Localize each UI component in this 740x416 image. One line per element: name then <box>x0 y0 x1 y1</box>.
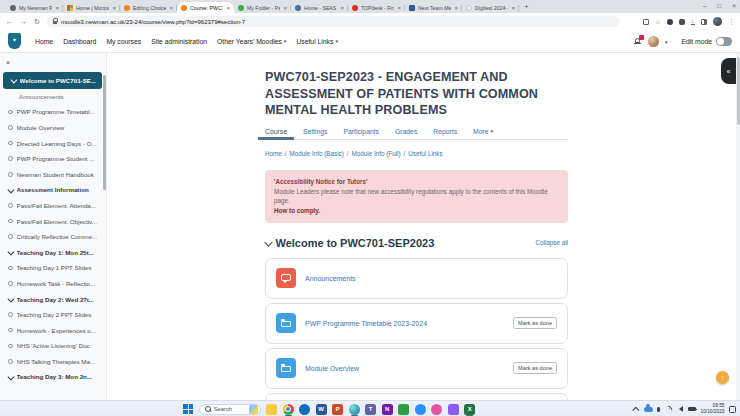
mark-as-done-button[interactable]: Mark as done <box>513 362 557 374</box>
breadcrumb-item[interactable]: Module Info (Full) / <box>352 150 406 157</box>
tab-close-icon[interactable]: × <box>55 5 59 11</box>
mark-as-done-button[interactable]: Mark as done <box>513 317 557 329</box>
breadcrumb-item[interactable]: Module Info (Basic) / <box>290 150 349 157</box>
tab-close-icon[interactable]: × <box>454 5 458 11</box>
course-index-item[interactable]: NHS 'Active Listening' Doc <box>0 338 102 354</box>
notification-center-icon[interactable] <box>729 406 736 413</box>
course-index-item[interactable]: Welcome to PWC701-SE... <box>3 72 102 89</box>
side-panel-icon[interactable] <box>701 19 708 25</box>
browser-tab[interactable]: Editing Choice × <box>120 2 177 13</box>
course-index-item[interactable]: Assessment Information <box>0 182 102 198</box>
microphone-icon[interactable] <box>657 407 660 412</box>
browser-tab[interactable]: Next Team Meeting... × <box>405 2 462 13</box>
hidden-icons-chevron[interactable] <box>633 406 640 413</box>
onedrive-icon[interactable] <box>644 407 653 412</box>
tab-close-icon[interactable]: × <box>283 5 287 11</box>
course-index-item[interactable]: PWP Programme Timetabl... <box>0 104 102 120</box>
course-index-item[interactable]: Directed Learning Days - O... <box>0 135 102 151</box>
page-scrollbar-thumb[interactable] <box>737 57 740 125</box>
browser-tab[interactable]: Home | Microsoft 365 × <box>63 2 120 13</box>
course-index-item[interactable]: Module Overview <box>0 120 102 136</box>
file-explorer[interactable] <box>266 404 277 415</box>
course-index-item[interactable]: Critically Reflective Comme... <box>0 229 102 245</box>
user-avatar[interactable] <box>648 36 659 47</box>
course-index-item[interactable]: Homework Task - Reflectio... <box>0 276 102 292</box>
share-icon[interactable] <box>643 19 649 25</box>
url-text[interactable]: moodle3.newman.ac.uk/23-24/course/view.p… <box>61 19 245 25</box>
powerpoint[interactable]: P <box>332 404 343 415</box>
course-index-item[interactable]: PWP Programme Student ... <box>0 151 102 167</box>
taskbar-search[interactable]: Search <box>199 404 261 415</box>
bookmark-star-icon[interactable]: ☆ <box>655 18 661 25</box>
activity-link[interactable]: PWP Programme Timetable 2023-2024 <box>305 320 504 327</box>
course-tab[interactable]: Settings ▾ <box>303 128 328 135</box>
breadcrumb-link[interactable]: Useful Links <box>408 150 442 157</box>
browser-tab[interactable]: My Folder - Panopto × <box>234 2 291 13</box>
course-index-item[interactable]: NHS Talking Therapies Ma... <box>0 354 102 370</box>
window-maximize-icon[interactable]: □ <box>717 0 721 12</box>
start-button[interactable] <box>183 404 193 414</box>
extension-icon[interactable] <box>667 19 673 25</box>
forward-icon[interactable]: → <box>20 18 27 26</box>
panopto[interactable] <box>398 404 409 415</box>
chevron-down-icon[interactable] <box>265 238 273 246</box>
tab-close-icon[interactable]: × <box>226 5 230 11</box>
excel[interactable]: X <box>464 404 475 415</box>
course-index-item[interactable]: Teaching Day 3: Mon 2n... <box>0 369 102 385</box>
collapse-all-link[interactable]: Collapse all <box>535 239 568 246</box>
volume-icon[interactable] <box>676 406 683 412</box>
course-tab[interactable]: Reports ▾ <box>433 128 457 135</box>
address-bar[interactable]: moodle3.newman.ac.uk/23-24/course/view.p… <box>47 16 619 27</box>
tab-close-icon[interactable]: × <box>340 5 344 11</box>
battery-icon[interactable] <box>688 407 696 411</box>
back-icon[interactable]: ← <box>6 18 13 26</box>
breadcrumb-link[interactable]: Home <box>265 150 282 157</box>
breadcrumb-item[interactable]: Useful Links / <box>408 150 442 157</box>
browser-tab[interactable]: My Newman Portal × <box>6 2 63 13</box>
word[interactable]: W <box>316 404 327 415</box>
chrome[interactable] <box>283 404 294 415</box>
nav-link[interactable]: Site administration ▾ <box>151 38 207 45</box>
nav-link[interactable]: Home ▾ <box>35 38 53 45</box>
course-index-item[interactable]: Announcements <box>0 89 102 105</box>
tab-close-icon[interactable]: × <box>397 5 401 11</box>
activity-link[interactable]: Announcements <box>305 275 557 282</box>
teams[interactable]: T <box>365 404 376 415</box>
close-drawer-icon[interactable]: × <box>6 59 10 66</box>
course-index-item[interactable]: Teaching Day 1 PPT Slides <box>0 260 102 276</box>
course-index-item[interactable]: Newman Student Handbook <box>0 166 102 182</box>
new-tab-button[interactable]: + <box>524 2 529 12</box>
breadcrumb-item[interactable]: Home / <box>265 150 287 157</box>
user-menu-caret-icon[interactable]: ▾ <box>665 39 668 45</box>
browser-tab[interactable]: TOPdesk - First tim... × <box>348 2 405 13</box>
nav-link[interactable]: Dashboard ▾ <box>63 38 96 45</box>
folder[interactable] <box>448 404 459 415</box>
nav-link[interactable]: Useful Links ▾ <box>296 38 338 45</box>
menu-kebab-icon[interactable]: ⋮ <box>728 18 735 25</box>
tab-close-icon[interactable]: × <box>511 5 515 11</box>
course-tab[interactable]: More ▾ <box>473 128 493 135</box>
browser-tab[interactable]: Course: PWC701-SE... × <box>177 2 234 13</box>
download-icon[interactable]: ↓ <box>691 18 695 25</box>
notice-link[interactable]: How to comply. <box>274 206 559 216</box>
refresh-icon[interactable]: ↻ <box>34 18 40 26</box>
sidebar-scrollbar[interactable] <box>103 75 106 190</box>
newman-logo[interactable] <box>8 33 21 49</box>
course-tab[interactable]: Participants ▾ <box>343 128 379 135</box>
edit-mode-toggle[interactable] <box>716 37 732 46</box>
browser-tab[interactable]: Home - SEAS × <box>291 2 348 13</box>
nav-link[interactable]: Other Years' Moodles ▾ <box>217 38 286 45</box>
course-index-item[interactable]: Teaching Day 2: Wed 27t... <box>0 291 102 307</box>
tab-close-icon[interactable]: × <box>169 5 173 11</box>
course-index-item[interactable]: Pass/Fail Element: Objectiv... <box>0 213 102 229</box>
snip[interactable] <box>431 404 442 415</box>
open-block-drawer-button[interactable]: « <box>721 58 736 84</box>
extension-icon-2[interactable] <box>679 19 685 25</box>
browser-tab[interactable]: Digifest 2024 - deliv... × <box>462 2 519 13</box>
course-index-item[interactable]: Homework - Experiences o... <box>0 322 102 338</box>
breadcrumb-link[interactable]: Module Info (Basic) <box>290 150 344 157</box>
page-scrollbar[interactable] <box>736 53 740 400</box>
nav-link[interactable]: My courses ▾ <box>106 38 141 45</box>
zoom[interactable] <box>415 404 426 415</box>
course-tab[interactable]: Grades ▾ <box>395 128 417 135</box>
